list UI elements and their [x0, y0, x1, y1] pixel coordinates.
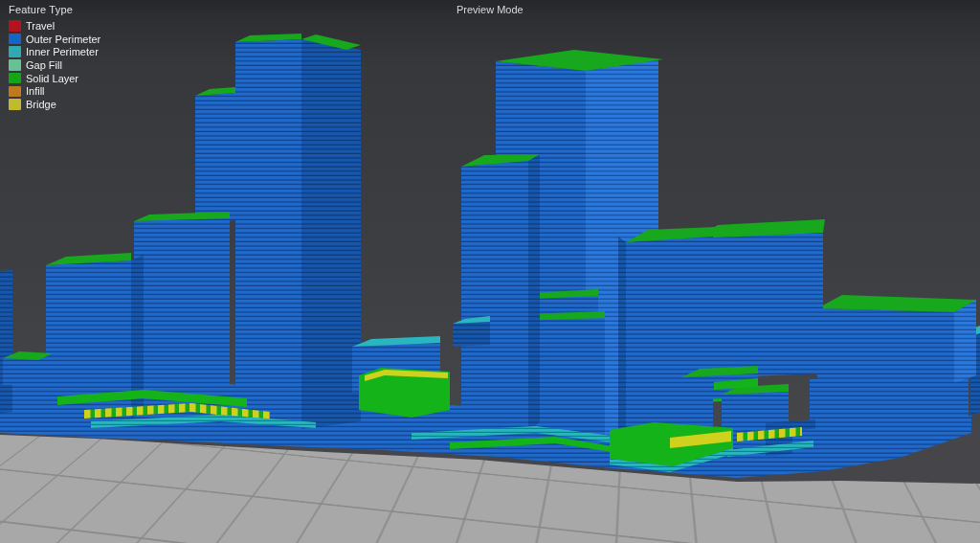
legend-item-travel: Travel: [9, 19, 100, 33]
legend-item-gap-fill: Gap Fill: [9, 58, 100, 72]
legend-swatch: [9, 86, 21, 98]
building-far-right: [810, 295, 980, 431]
legend-swatch: [9, 73, 21, 84]
legend-label: Outer Perimeter: [26, 34, 100, 45]
preview-3d-viewport[interactable]: [0, 0, 980, 543]
legend-title: Feature Type: [9, 4, 100, 15]
legend-item-bridge: Bridge: [9, 98, 100, 111]
legend-label: Gap Fill: [26, 59, 62, 71]
legend-label: Inner Perimeter: [26, 46, 99, 57]
legend-label: Bridge: [26, 99, 56, 110]
legend-item-outer-perimeter: Outer Perimeter: [9, 33, 100, 46]
feature-type-legend: Feature Type TravelOuter PerimeterInner …: [9, 4, 100, 111]
legend-swatch: [9, 46, 21, 57]
building-right-complex: [618, 219, 827, 458]
legend-label: Infill: [26, 85, 45, 97]
legend-swatch: [9, 20, 21, 32]
legend-label: Travel: [26, 20, 55, 32]
building-left-tall-complex: [134, 34, 361, 437]
legend-label: Solid Layer: [26, 73, 78, 84]
legend-swatch: [9, 99, 21, 110]
legend-item-solid-layer: Solid Layer: [9, 72, 100, 85]
legend-swatch: [9, 34, 21, 45]
legend-rows: TravelOuter PerimeterInner PerimeterGap …: [9, 19, 100, 111]
slicer-preview-window: Feature Type TravelOuter PerimeterInner …: [0, 0, 980, 543]
legend-swatch: [9, 59, 21, 71]
legend-item-infill: Infill: [9, 84, 100, 98]
legend-item-inner-perimeter: Inner Perimeter: [9, 45, 100, 58]
building-center-mid: [453, 154, 540, 436]
preview-mode-label: Preview Mode: [457, 4, 523, 15]
